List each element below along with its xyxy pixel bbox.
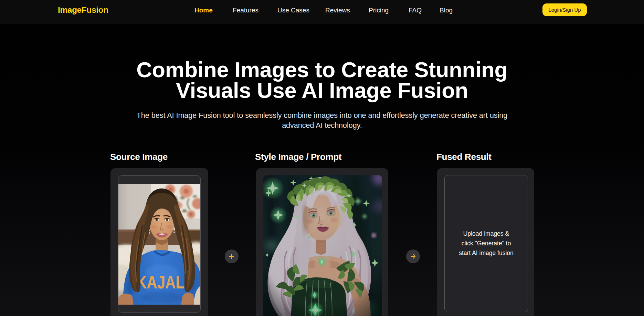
svg-text:KAJAL: KAJAL [136, 272, 184, 292]
